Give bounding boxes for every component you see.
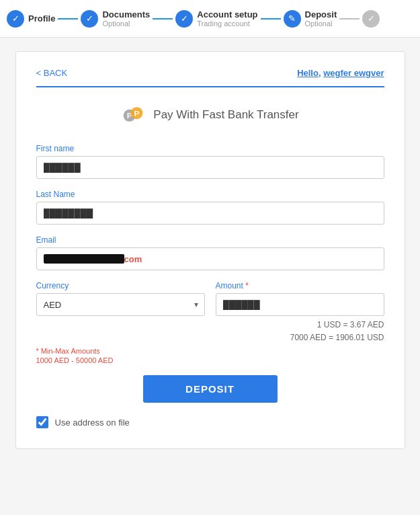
svg-text:P: P: [134, 109, 140, 118]
hello-username: wegfer ewgver: [323, 68, 384, 78]
step-documents: ✓ Documents Optional: [81, 9, 150, 28]
amount-required: *: [245, 281, 249, 290]
step-documents-subtitle: Optional: [102, 19, 150, 28]
main-content: BACK Hello, wegfer ewgver P P Pay With F…: [0, 38, 420, 463]
payment-icon-svg: P P: [121, 102, 145, 126]
min-max-values: 1000 AED - 50000 AED: [36, 356, 384, 364]
step-account-subtitle: Trading account: [197, 19, 257, 28]
address-on-file-checkbox[interactable]: [36, 416, 48, 428]
connector-1: [58, 18, 78, 19]
connector-2: [153, 18, 173, 19]
conversion-line2: 7000 AED = 1906.01 USD: [36, 331, 384, 344]
step-profile: ✓ Profile: [7, 10, 55, 28]
step-deposit-title: Deposit: [305, 9, 337, 19]
step-account-icon: ✓: [175, 10, 193, 28]
address-on-file-label: Use address on file: [55, 418, 130, 428]
currency-amount-row: Currency AED USD EUR ▾ Amount *: [36, 281, 384, 316]
last-name-label: Last Name: [36, 190, 384, 199]
currency-label: Currency: [36, 281, 205, 290]
first-name-label: First name: [36, 144, 384, 153]
step-final: ✓: [362, 10, 380, 28]
back-link[interactable]: BACK: [36, 68, 68, 78]
email-suffix: com: [124, 254, 142, 264]
email-label: Email: [36, 235, 384, 245]
amount-group: Amount *: [216, 281, 384, 316]
first-name-input[interactable]: [36, 156, 384, 179]
currency-group: Currency AED USD EUR ▾: [36, 281, 205, 316]
email-group: Email com: [36, 235, 384, 270]
payment-title: Pay With Fast Bank Transfer: [153, 108, 298, 122]
top-row: BACK Hello, wegfer ewgver: [36, 68, 384, 87]
hello-text: Hello, wegfer ewgver: [297, 68, 384, 78]
last-name-input[interactable]: [36, 202, 384, 225]
payment-header: P P Pay With Fast Bank Transfer: [36, 102, 384, 128]
card: BACK Hello, wegfer ewgver P P Pay With F…: [15, 51, 405, 449]
email-redacted: [44, 254, 124, 264]
step-deposit-subtitle: Optional: [305, 19, 337, 28]
step-deposit-icon: ✎: [284, 10, 301, 28]
amount-input[interactable]: [216, 293, 384, 316]
step-profile-icon: ✓: [7, 10, 24, 28]
first-name-group: First name: [36, 144, 384, 179]
step-deposit: ✎ Deposit Optional: [284, 9, 337, 28]
checkbox-row: Use address on file: [36, 416, 384, 428]
step-documents-icon: ✓: [81, 10, 98, 28]
step-account-setup: ✓ Account setup Trading account: [175, 9, 257, 28]
step-documents-title: Documents: [102, 9, 150, 19]
amount-label: Amount *: [216, 281, 384, 290]
currency-select[interactable]: AED USD EUR: [36, 293, 205, 316]
conversion-info: 1 USD = 3.67 AED 7000 AED = 1906.01 USD: [36, 319, 384, 344]
deposit-button[interactable]: DEPOSIT: [143, 375, 278, 403]
connector-4: [339, 18, 360, 19]
hello-prefix: Hello,: [297, 68, 321, 78]
conversion-line1: 1 USD = 3.67 AED: [36, 319, 384, 331]
step-profile-title: Profile: [28, 13, 55, 24]
currency-select-wrapper: AED USD EUR ▾: [36, 293, 205, 316]
step-account-title: Account setup: [197, 9, 257, 19]
last-name-group: Last Name: [36, 190, 384, 225]
min-max-label: * Min-Max Amounts: [36, 347, 384, 355]
step-final-icon: ✓: [362, 10, 380, 28]
connector-3: [261, 18, 281, 19]
payment-icon: P P: [121, 102, 146, 128]
progress-bar: ✓ Profile ✓ Documents Optional ✓ Account…: [0, 0, 420, 38]
